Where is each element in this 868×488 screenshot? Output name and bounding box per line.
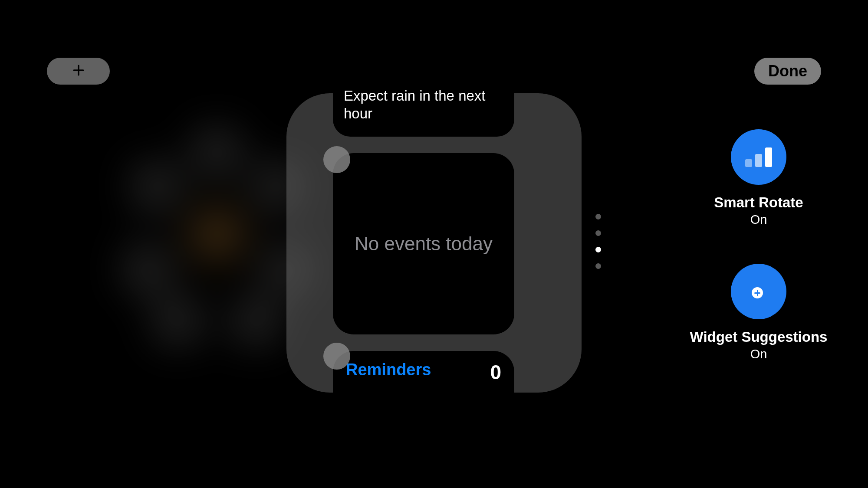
widget-suggestions-toggle[interactable] — [731, 264, 786, 319]
done-label: Done — [768, 62, 807, 80]
calendar-empty-text: No events today — [355, 233, 493, 255]
smart-rotate-option: Smart Rotate On — [665, 129, 852, 227]
page-dot — [595, 214, 601, 219]
widget-suggestions-status: On — [750, 347, 767, 361]
page-dot — [595, 263, 601, 269]
widget-suggestions-option: Widget Suggestions On — [665, 264, 852, 361]
smart-rotate-status: On — [750, 213, 767, 227]
reminders-count: 0 — [490, 360, 501, 384]
bars-icon — [745, 147, 772, 167]
done-button[interactable]: Done — [754, 58, 821, 85]
remove-widget-button[interactable] — [323, 343, 350, 370]
add-widget-button[interactable] — [47, 58, 110, 85]
stack-page-indicator — [595, 214, 601, 269]
page-dot — [595, 230, 601, 236]
widget-weather[interactable]: Expect rain in the next hour — [333, 87, 514, 137]
page-dot-active — [595, 247, 601, 252]
weather-summary-text: Expect rain in the next hour — [344, 87, 503, 123]
remove-widget-button[interactable] — [323, 146, 350, 173]
widget-suggestions-title: Widget Suggestions — [690, 329, 828, 345]
widget-reminders[interactable]: Reminders 0 — [333, 351, 514, 399]
plus-icon — [72, 63, 85, 79]
smart-rotate-title: Smart Rotate — [714, 194, 803, 211]
wallpaper-blur — [108, 126, 317, 334]
widget-stack-editor[interactable]: Expect rain in the next hour No events t… — [286, 93, 582, 393]
smart-rotate-toggle[interactable] — [731, 129, 786, 185]
widget-calendar[interactable]: No events today — [333, 153, 514, 334]
reminders-title: Reminders — [346, 360, 431, 379]
